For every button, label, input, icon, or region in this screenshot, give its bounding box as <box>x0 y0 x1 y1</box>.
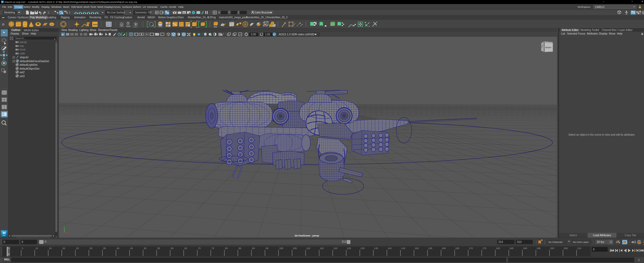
svg-text:165: 165 <box>455 247 459 250</box>
svg-text:45: 45 <box>130 247 133 250</box>
svg-text:105: 105 <box>293 247 297 250</box>
svg-text:135: 135 <box>374 247 378 250</box>
svg-text:65: 65 <box>184 247 187 250</box>
svg-text:115: 115 <box>320 247 324 250</box>
svg-text:25: 25 <box>76 247 79 250</box>
svg-text:190: 190 <box>523 247 527 250</box>
svg-text:60: 60 <box>171 247 174 250</box>
svg-text:75: 75 <box>211 247 214 250</box>
svg-text:95: 95 <box>266 247 268 250</box>
svg-text:0: 0 <box>8 247 10 250</box>
svg-text:⚙: ⚙ <box>2 23 5 26</box>
svg-text:IPR: IPR <box>183 12 186 14</box>
svg-text:160: 160 <box>442 247 446 250</box>
svg-text:150: 150 <box>415 247 419 250</box>
svg-text:180: 180 <box>496 247 500 250</box>
svg-text:1.00: 1.00 <box>265 33 270 36</box>
svg-text:130: 130 <box>360 247 365 250</box>
svg-text:85: 85 <box>239 247 241 250</box>
svg-text:10: 10 <box>35 247 38 250</box>
svg-text:T: T <box>87 21 90 28</box>
svg-text:Z:: Z: <box>237 11 240 14</box>
svg-text:x: x <box>130 26 131 27</box>
svg-text:0,0,0: 0,0,0 <box>133 26 138 28</box>
svg-text:2D Pan/Zoom : persp: 2D Pan/Zoom : persp <box>294 234 319 237</box>
svg-text:200: 200 <box>550 247 554 250</box>
svg-text:55: 55 <box>157 247 160 250</box>
svg-text:120: 120 <box>333 247 337 250</box>
svg-text:5: 5 <box>22 247 23 250</box>
svg-text:170: 170 <box>469 247 473 250</box>
svg-text:20: 20 <box>62 247 65 250</box>
svg-text:15: 15 <box>49 247 52 250</box>
svg-text:125: 125 <box>347 247 351 250</box>
svg-text:Carlo Bruzzese: Carlo Bruzzese <box>255 11 272 14</box>
svg-text:x: x <box>68 233 69 234</box>
svg-text:195: 195 <box>537 247 541 250</box>
svg-text:0: 0 <box>8 253 9 256</box>
svg-text:155: 155 <box>428 247 432 250</box>
svg-text:140: 140 <box>387 247 392 250</box>
svg-text:Y:: Y: <box>228 11 231 14</box>
svg-text:Modeling: Modeling <box>4 11 15 14</box>
svg-text:205: 205 <box>564 247 568 250</box>
svg-text:50: 50 <box>144 247 147 250</box>
svg-text:0.00: 0.00 <box>251 33 256 36</box>
svg-text:100: 100 <box>279 247 283 250</box>
svg-text:T: T <box>161 34 162 36</box>
svg-text:175: 175 <box>482 247 487 250</box>
svg-text:145: 145 <box>401 247 405 250</box>
svg-text:210: 210 <box>577 247 581 250</box>
svg-text:30: 30 <box>90 247 92 250</box>
svg-text:A: A <box>62 33 64 36</box>
svg-text:80: 80 <box>225 247 228 250</box>
svg-text:35: 35 <box>103 247 106 250</box>
svg-text:ACES 1.0 SDR-video (sRGB): ACES 1.0 SDR-video (sRGB) <box>279 33 314 36</box>
svg-text:X:: X: <box>218 11 221 14</box>
svg-text:90: 90 <box>252 247 255 250</box>
svg-text:110: 110 <box>306 247 310 250</box>
svg-text:40: 40 <box>117 247 120 250</box>
svg-text:Y: Y <box>64 226 65 228</box>
svg-text:70: 70 <box>198 247 201 250</box>
svg-text:3: 3 <box>274 34 275 35</box>
svg-text:No Live Surface: No Live Surface <box>107 11 125 14</box>
svg-text:Symmetry: Off: Symmetry: Off <box>135 11 151 14</box>
svg-text:SVG: SVG <box>93 23 97 26</box>
svg-text:185: 185 <box>510 247 514 250</box>
svg-text:FRONT: FRONT <box>545 47 552 48</box>
svg-text:z: z <box>61 234 62 235</box>
